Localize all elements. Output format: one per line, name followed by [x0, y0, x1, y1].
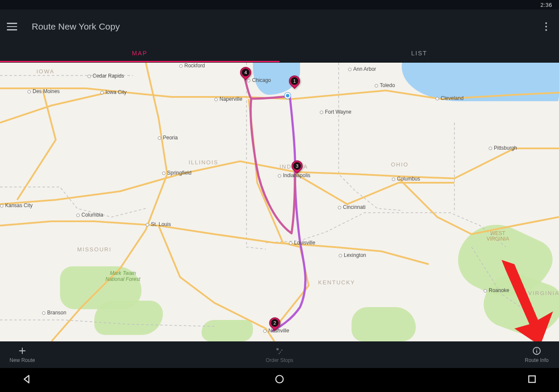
new-route-button[interactable]: New Route [5, 346, 39, 363]
home-icon [274, 374, 285, 385]
status-bar: 2:36 [0, 0, 559, 9]
page-title: Route New York Copy [32, 21, 120, 32]
svg-point-1 [276, 348, 279, 351]
city-label: Cedar Rapids [87, 73, 124, 79]
tab-map[interactable]: MAP [0, 44, 280, 62]
city-label: Roanoke [484, 287, 509, 293]
city-label: Cleveland [436, 95, 463, 101]
tab-list[interactable]: LIST [280, 44, 559, 62]
state-label: WEST VIRGINIA [487, 231, 509, 242]
city-label: Fort Wayne [320, 109, 352, 115]
state-label: OHIO [391, 161, 409, 168]
city-label: Springfield [162, 170, 192, 176]
city-label: Ann Arbor [348, 66, 376, 72]
city-label: Iowa City [100, 89, 126, 95]
city-label: Columbia [76, 212, 103, 218]
order-stops-label: Order Stops [266, 357, 294, 363]
city-label: Chicago [247, 77, 271, 83]
back-button[interactable] [21, 374, 33, 386]
order-stops-button[interactable]: Order Stops [262, 346, 297, 363]
state-label: KENTUCKY [318, 279, 355, 286]
svg-point-2 [280, 351, 281, 353]
info-icon [532, 346, 541, 356]
state-label: ILLINOIS [189, 159, 218, 166]
city-label: St. Louis [146, 221, 171, 227]
city-label: Branson [42, 310, 66, 316]
map-canvas[interactable]: IOWA ILLINOIS MISSOURI INDIANA OHIO KENT… [0, 63, 559, 341]
city-label: Naperville [214, 96, 242, 102]
svg-point-4 [279, 353, 280, 354]
state-label: MISSOURI [77, 246, 111, 253]
home-button[interactable] [274, 374, 285, 386]
city-label: Lexington [339, 252, 366, 258]
map-roads [0, 63, 559, 341]
new-route-label: New Route [9, 357, 35, 363]
app-bar: Route New York Copy [0, 9, 559, 44]
svg-point-8 [276, 375, 283, 383]
recents-button[interactable] [526, 374, 538, 386]
status-time: 2:36 [541, 2, 552, 8]
city-label: Peoria [158, 135, 178, 141]
order-stops-icon [275, 346, 284, 356]
feature-label: Mark Twain National Forest [105, 270, 140, 283]
city-label: Cincinnati [338, 204, 366, 210]
overflow-menu-icon[interactable] [540, 21, 552, 33]
city-label: Louisville [289, 240, 315, 246]
system-nav-bar [0, 368, 559, 392]
plus-icon [18, 346, 27, 356]
bottom-bar: New Route Order Stops Route Info [0, 341, 559, 368]
svg-rect-9 [529, 376, 535, 382]
city-label: Rockford [179, 63, 205, 69]
route-info-label: Route Info [525, 357, 548, 363]
svg-point-3 [281, 350, 283, 351]
current-location-icon [285, 93, 291, 99]
city-label: Indianapolis [278, 172, 310, 178]
tabs: MAP LIST [0, 44, 559, 63]
menu-icon[interactable] [7, 21, 19, 33]
city-label: Toledo [375, 82, 395, 88]
city-label: Kansas City [0, 202, 33, 208]
state-label: IOWA [36, 68, 54, 75]
city-label: Pittsburgh [489, 145, 517, 151]
city-label: Des Moines [27, 88, 60, 94]
city-label: Columbus [392, 176, 420, 182]
recents-icon [526, 374, 538, 385]
svg-point-7 [536, 349, 537, 350]
route-info-button[interactable]: Route Info [520, 346, 554, 363]
back-icon [21, 374, 33, 385]
state-label: VIRGINIA [528, 290, 559, 296]
